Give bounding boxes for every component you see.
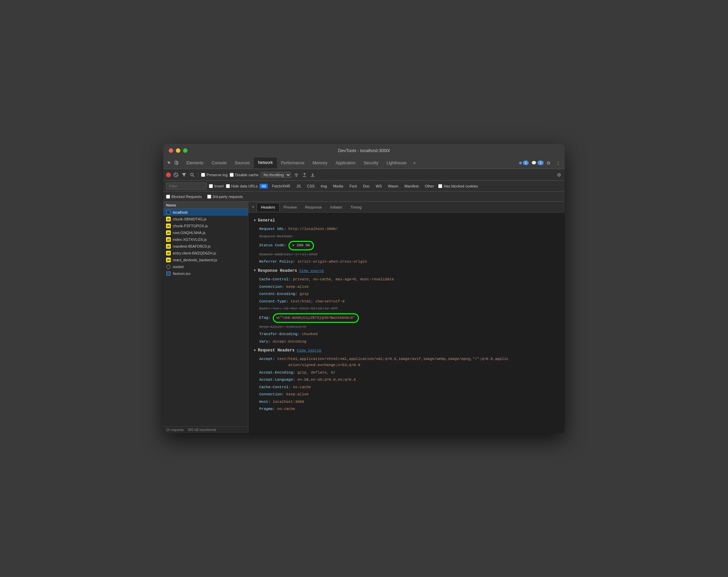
settings-gear-icon[interactable]: ⚙ — [556, 172, 562, 178]
tab-application[interactable]: Application — [331, 158, 360, 168]
network-toolbar: Preserve log Disable cache No throttling… — [163, 169, 565, 181]
file-item-devtools[interactable]: JS react_devtools_backend.js — [163, 257, 248, 263]
detail-tab-headers[interactable]: Headers — [257, 203, 280, 211]
req-connection: Connection: keep-alive — [254, 391, 559, 398]
maximize-button[interactable] — [183, 148, 187, 153]
record-button[interactable] — [166, 172, 171, 177]
more-tabs-button[interactable]: » — [411, 159, 418, 167]
notification-badge-1: 1 — [519, 161, 529, 165]
svg-line-3 — [175, 174, 177, 176]
request-view-source-link[interactable]: View source — [297, 348, 321, 352]
file-name-chunk2: chunk-P2FTGPOX.js — [173, 224, 208, 228]
tab-network[interactable]: Network — [254, 158, 277, 168]
resp-vary: Vary: Accept-Encoding — [254, 338, 559, 346]
tab-security[interactable]: Security — [360, 158, 382, 168]
response-view-source-link[interactable]: View source — [299, 269, 324, 273]
more-options-icon[interactable]: ⋮ — [555, 160, 562, 166]
invert-checkbox[interactable]: Invert — [209, 184, 224, 188]
upload-icon[interactable] — [301, 172, 308, 178]
hide-data-urls-checkbox[interactable]: Hide data URLs — [226, 184, 258, 188]
filter-chip-manifest[interactable]: Manifest — [402, 184, 421, 188]
search-icon[interactable] — [189, 172, 195, 178]
minimize-button[interactable] — [176, 148, 180, 153]
throttle-select[interactable]: No throttling — [261, 172, 291, 178]
file-list: Name localhost JS chunk-XBNIDT4G.js JS c… — [163, 202, 248, 433]
remote-address-row: Remote Address: [::1]:3000 — [254, 251, 559, 259]
detail-content: ▼ General Request URL: http://localhost:… — [248, 213, 565, 433]
file-item-chunk2[interactable]: JS chunk-P2FTGPOX.js — [163, 222, 248, 229]
file-item-entry[interactable]: JS entry.client-6WZQD6ZH.js — [163, 250, 248, 257]
file-item-chunk1[interactable]: JS chunk-XBNIDT4G.js — [163, 216, 248, 222]
disable-cache-checkbox[interactable]: Disable cache — [230, 173, 259, 177]
filter-chip-media[interactable]: Media — [331, 184, 345, 188]
tab-elements[interactable]: Elements — [182, 158, 208, 168]
tab-performance[interactable]: Performance — [277, 158, 309, 168]
file-name-root: root-GNQHLNHA.js — [173, 231, 205, 235]
detail-tab-response[interactable]: Response — [301, 203, 326, 211]
filter-chip-js[interactable]: JS — [294, 184, 303, 188]
tab-sources[interactable]: Sources — [231, 158, 254, 168]
filter-input[interactable] — [166, 182, 207, 190]
detail-close-icon[interactable]: ✕ — [250, 204, 257, 210]
general-section-header: ▼ General — [254, 218, 559, 223]
toolbar-separator-1 — [198, 172, 198, 178]
file-item-favicon[interactable]: favicon.ico — [163, 270, 248, 277]
filter-chip-img[interactable]: Img — [319, 184, 329, 188]
filter-chip-other[interactable]: Other — [423, 184, 436, 188]
file-item-manifest[interactable]: JS manifest-85AFD9C0.js — [163, 243, 248, 250]
tab-memory[interactable]: Memory — [309, 158, 331, 168]
element-picker-icon[interactable] — [166, 160, 172, 166]
file-name-localhost: localhost — [173, 210, 187, 214]
tab-console[interactable]: Console — [208, 158, 231, 168]
download-icon[interactable] — [310, 172, 316, 178]
window-title: DevTools - localhost:3000/ — [338, 148, 390, 153]
settings-icon[interactable]: ⚙ — [546, 160, 552, 166]
preserve-log-checkbox[interactable]: Preserve log — [201, 173, 228, 177]
file-icon-page — [166, 210, 171, 215]
file-list-footer: 10 requests 692 kB transferred — [163, 426, 248, 433]
has-blocked-cookies-checkbox[interactable]: Has blocked cookies — [438, 184, 478, 188]
wifi-icon[interactable] — [293, 172, 299, 178]
response-headers-section-header: ▼ Response Headers View source — [254, 268, 559, 273]
requests-count: 10 requests — [166, 428, 184, 432]
tab-icons-right: 1 💬 1 ⚙ ⋮ — [519, 160, 562, 166]
filter-chip-doc[interactable]: Doc — [361, 184, 372, 188]
tab-lighthouse[interactable]: Lighthouse — [382, 158, 411, 168]
filter-chip-all[interactable]: All — [260, 184, 268, 188]
filter-chip-fetchxhr[interactable]: Fetch/XHR — [270, 184, 292, 188]
filter-chip-font[interactable]: Font — [347, 184, 359, 188]
file-icon-js7: JS — [166, 258, 171, 262]
clear-button[interactable] — [173, 172, 179, 178]
file-item-socket[interactable]: socket — [163, 263, 248, 270]
svg-line-5 — [193, 176, 194, 177]
resp-content-type: Content-Type: text/html; charset=utf-8 — [254, 298, 559, 306]
file-item-localhost[interactable]: localhost — [163, 209, 248, 216]
detail-tab-preview[interactable]: Preview — [280, 203, 301, 211]
filter-chip-ws[interactable]: WS — [374, 184, 384, 188]
file-item-index[interactable]: JS index-XG7XVLGS.js — [163, 236, 248, 243]
file-icon-js4: JS — [166, 237, 171, 242]
blocked-requests-checkbox[interactable]: Blocked Requests — [166, 195, 202, 199]
referrer-policy-value: strict-origin-when-cross-origin — [297, 260, 367, 264]
file-name-entry: entry.client-6WZQD6ZH.js — [173, 251, 216, 255]
request-url-key: Request URL: — [259, 227, 286, 231]
filter-chip-css[interactable]: CSS — [305, 184, 317, 188]
detail-tab-timing[interactable]: Timing — [346, 203, 366, 211]
close-button[interactable] — [169, 148, 173, 153]
traffic-lights — [169, 148, 187, 153]
general-section-title: General — [258, 218, 275, 223]
third-party-checkbox[interactable]: 3rd-party requests — [207, 195, 243, 199]
file-name-manifest: manifest-85AFD9C0.js — [173, 244, 211, 248]
detail-tab-initiator[interactable]: Initiator — [326, 203, 346, 211]
filter-chip-wasm[interactable]: Wasm — [386, 184, 400, 188]
badge-1: 1 — [523, 161, 529, 165]
request-headers-section-header: ▼ Request Headers View source — [254, 348, 559, 353]
remote-address-value: [::1]:3000 — [295, 252, 318, 257]
notification-badge-2: 💬 1 — [531, 161, 544, 165]
request-url-row: Request URL: http://localhost:3000/ — [254, 226, 559, 233]
file-name-favicon: favicon.ico — [173, 271, 191, 276]
file-item-root[interactable]: JS root-GNQHLNHA.js — [163, 229, 248, 236]
device-toolbar-icon[interactable] — [173, 160, 180, 166]
filter-icon[interactable] — [181, 172, 187, 178]
resp-etag: ETag: W/"cb8-WoGEyUiyZB79jQ49rBw1VA8A6c8… — [254, 313, 559, 324]
